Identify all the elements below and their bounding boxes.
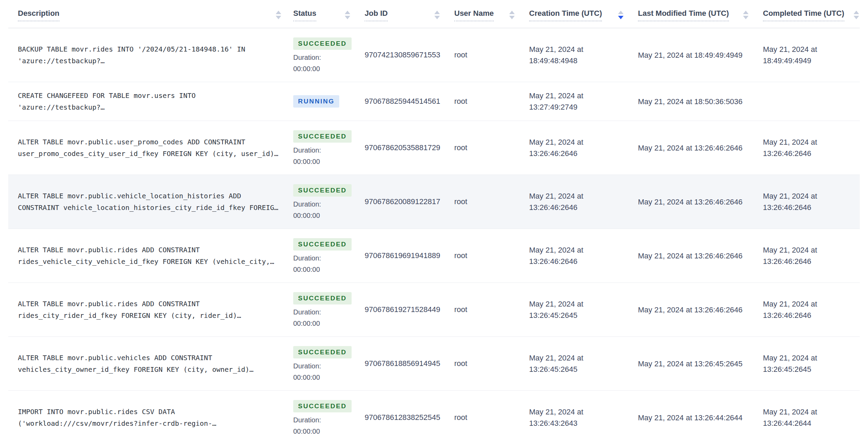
sort-desc-icon[interactable] — [509, 16, 515, 19]
creation-time: May 21, 2024 at 13:26:46:2646 — [529, 244, 638, 267]
table-row[interactable]: ALTER TABLE movr.public.rides ADD CONSTR… — [8, 229, 860, 283]
status-badge: SUCCEEDED — [293, 130, 352, 143]
job-description[interactable]: BACKUP TABLE movr.rides INTO '/2024/05/2… — [8, 43, 293, 67]
job-description[interactable]: CREATE CHANGEFEED FOR TABLE movr.users I… — [8, 90, 293, 113]
duration-value: 00:00:00 — [293, 158, 320, 165]
job-id: 970678612838252545 — [365, 413, 454, 422]
job-id: 970678619271528449 — [365, 305, 454, 314]
column-header-status[interactable]: Status — [293, 9, 365, 21]
sort-asc-icon[interactable] — [743, 11, 749, 14]
job-status-cell: SUCCEEDED Duration: 00:00:00 — [293, 184, 365, 219]
user-name: root — [454, 197, 529, 206]
column-header-last-modified-time-utc[interactable]: Last Modified Time (UTC) — [638, 9, 763, 21]
last-modified-time: May 21, 2024 at 18:49:49:4949 — [638, 49, 763, 61]
sort-desc-icon[interactable] — [345, 16, 350, 19]
duration-label: Duration: — [293, 362, 321, 370]
user-name: root — [454, 413, 529, 422]
creation-time: May 21, 2024 at 13:26:45:2645 — [529, 298, 638, 321]
table-header-row: Description Status Job ID User Name Crea… — [8, 0, 860, 28]
job-status-cell: SUCCEEDED Duration: 00:00:00 — [293, 238, 365, 273]
sort-arrows-icon[interactable] — [854, 11, 859, 19]
sort-desc-icon[interactable] — [743, 16, 749, 19]
job-status-cell: SUCCEEDED Duration: 00:00:00 — [293, 37, 365, 73]
sort-asc-icon[interactable] — [345, 11, 350, 14]
job-description[interactable]: ALTER TABLE movr.public.rides ADD CONSTR… — [8, 244, 293, 267]
job-id: 970742130859671553 — [365, 51, 454, 59]
completed-time: May 21, 2024 at 13:26:44:2644 — [763, 406, 860, 429]
sort-arrows-icon[interactable] — [345, 11, 350, 19]
sort-desc-icon[interactable] — [854, 16, 859, 19]
column-header-label: Completed Time (UTC) — [763, 9, 844, 21]
status-badge: SUCCEEDED — [293, 400, 352, 412]
status-badge: SUCCEEDED — [293, 346, 352, 358]
user-name: root — [454, 143, 529, 152]
job-description[interactable]: ALTER TABLE movr.public.vehicle_location… — [8, 190, 293, 213]
creation-time: May 21, 2024 at 13:26:43:2643 — [529, 406, 638, 429]
creation-time: May 21, 2024 at 13:26:46:2646 — [529, 190, 638, 213]
table-row[interactable]: CREATE CHANGEFEED FOR TABLE movr.users I… — [8, 82, 860, 121]
table-row[interactable]: ALTER TABLE movr.public.user_promo_codes… — [8, 121, 860, 175]
sort-arrows-icon[interactable] — [434, 11, 440, 19]
column-header-job-id[interactable]: Job ID — [365, 9, 454, 21]
sort-desc-icon[interactable] — [618, 16, 624, 19]
duration-value: 00:00:00 — [293, 374, 320, 381]
duration-value: 00:00:00 — [293, 320, 320, 327]
user-name: root — [454, 51, 529, 59]
job-status-cell: SUCCEEDED Duration: 00:00:00 — [293, 292, 365, 327]
user-name: root — [454, 97, 529, 106]
table-row[interactable]: ALTER TABLE movr.public.vehicle_location… — [8, 175, 860, 229]
job-status-cell: SUCCEEDED Duration: 00:00:00 — [293, 346, 365, 381]
status-badge: SUCCEEDED — [293, 292, 352, 304]
column-header-completed-time-utc[interactable]: Completed Time (UTC) — [763, 9, 860, 21]
jobs-table: Description Status Job ID User Name Crea… — [8, 0, 860, 444]
column-header-creation-time-utc[interactable]: Creation Time (UTC) — [529, 9, 638, 21]
duration-value: 00:00:00 — [293, 212, 320, 219]
status-badge: SUCCEEDED — [293, 184, 352, 197]
duration-label: Duration: — [293, 308, 321, 316]
completed-time: May 21, 2024 at 13:26:45:2645 — [763, 352, 860, 375]
job-description[interactable]: ALTER TABLE movr.public.rides ADD CONSTR… — [8, 298, 293, 321]
completed-time: May 21, 2024 at 13:26:46:2646 — [763, 190, 860, 213]
job-description[interactable]: IMPORT INTO movr.public.rides CSV DATA (… — [8, 406, 293, 429]
column-header-description[interactable]: Description — [8, 9, 293, 21]
table-body: BACKUP TABLE movr.rides INTO '/2024/05/2… — [8, 28, 860, 444]
column-header-user-name[interactable]: User Name — [454, 9, 529, 21]
table-row[interactable]: ALTER TABLE movr.public.rides ADD CONSTR… — [8, 283, 860, 337]
column-header-label: Last Modified Time (UTC) — [638, 9, 729, 21]
sort-arrows-icon[interactable] — [276, 11, 281, 19]
user-name: root — [454, 305, 529, 314]
completed-time: May 21, 2024 at 18:49:49:4949 — [763, 44, 860, 66]
sort-asc-icon[interactable] — [276, 11, 281, 14]
job-id: 970678619691941889 — [365, 251, 454, 260]
last-modified-time: May 21, 2024 at 13:26:45:2645 — [638, 358, 763, 369]
sort-desc-icon[interactable] — [276, 16, 281, 19]
sort-asc-icon[interactable] — [434, 11, 440, 14]
last-modified-time: May 21, 2024 at 13:26:46:2646 — [638, 142, 763, 154]
sort-arrows-icon[interactable] — [743, 11, 749, 19]
last-modified-time: May 21, 2024 at 13:26:46:2646 — [638, 250, 763, 262]
last-modified-time: May 21, 2024 at 18:50:36:5036 — [638, 96, 763, 107]
sort-desc-icon[interactable] — [434, 16, 440, 19]
sort-asc-icon[interactable] — [854, 11, 859, 14]
sort-asc-icon[interactable] — [618, 11, 624, 14]
sort-arrows-icon[interactable] — [618, 11, 624, 19]
table-row[interactable]: BACKUP TABLE movr.rides INTO '/2024/05/2… — [8, 28, 860, 82]
job-description[interactable]: ALTER TABLE movr.public.user_promo_codes… — [8, 136, 293, 159]
table-row[interactable]: ALTER TABLE movr.public.vehicles ADD CON… — [8, 337, 860, 391]
job-status-cell: RUNNING — [293, 95, 365, 108]
duration-label: Duration: — [293, 54, 321, 61]
sort-asc-icon[interactable] — [509, 11, 515, 14]
column-header-label: User Name — [454, 9, 494, 21]
column-header-label: Status — [293, 9, 316, 21]
table-row[interactable]: IMPORT INTO movr.public.rides CSV DATA (… — [8, 391, 860, 444]
status-badge: RUNNING — [293, 95, 339, 108]
job-description[interactable]: ALTER TABLE movr.public.vehicles ADD CON… — [8, 352, 293, 375]
sort-arrows-icon[interactable] — [509, 11, 515, 19]
completed-time: May 21, 2024 at 13:26:46:2646 — [763, 244, 860, 267]
last-modified-time: May 21, 2024 at 13:26:46:2646 — [638, 304, 763, 315]
duration-label: Duration: — [293, 416, 321, 424]
column-header-label: Creation Time (UTC) — [529, 9, 602, 21]
duration-value: 00:00:00 — [293, 428, 320, 435]
user-name: root — [454, 251, 529, 260]
creation-time: May 21, 2024 at 18:49:48:4948 — [529, 44, 638, 66]
